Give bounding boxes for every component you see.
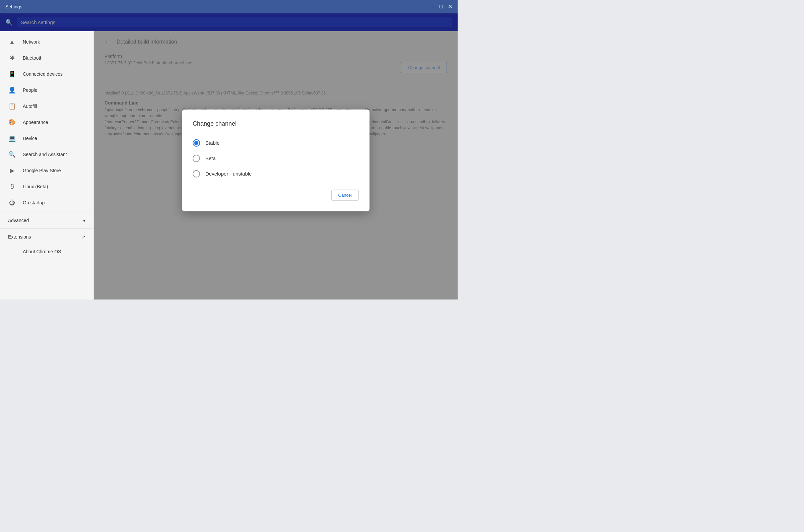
close-button[interactable]: ✕: [448, 4, 452, 10]
sidebar-label-search-assistant: Search and Assistant: [23, 152, 67, 157]
radio-option-stable[interactable]: Stable: [193, 135, 359, 150]
sidebar-item-device[interactable]: 💻 Device: [0, 130, 94, 146]
external-link-icon: ↗: [81, 234, 85, 240]
autofill-icon: 📋: [8, 102, 16, 110]
sidebar: ▲ Network ✱ Bluetooth 📱 Connected device…: [0, 31, 94, 300]
content-area: ← Detailed build information Platform 12…: [94, 31, 458, 300]
radio-label-stable: Stable: [205, 140, 220, 146]
sidebar-extensions[interactable]: Extensions ↗: [0, 230, 94, 244]
device-icon: 💻: [8, 134, 16, 142]
change-channel-dialog: Change channel Stable Beta Developer - u…: [182, 109, 369, 211]
sidebar-item-about[interactable]: About Chrome OS: [0, 244, 94, 260]
sidebar-label-network: Network: [23, 39, 40, 44]
search-input[interactable]: [17, 17, 452, 27]
extensions-label: Extensions: [8, 234, 31, 240]
sidebar-item-google-play[interactable]: ▶ Google Play Store: [0, 163, 94, 178]
sidebar-divider-2: [0, 228, 94, 229]
radio-beta[interactable]: [193, 154, 200, 162]
linux-icon: ⏱: [8, 183, 16, 191]
sidebar-label-on-startup: On startup: [23, 200, 44, 205]
radio-stable[interactable]: [193, 139, 200, 146]
person-icon: 👤: [8, 86, 16, 94]
sidebar-item-bluetooth[interactable]: ✱ Bluetooth: [0, 50, 94, 66]
radio-label-beta: Beta: [205, 155, 216, 161]
sidebar-label-linux: Linux (Beta): [23, 184, 48, 189]
title-bar: Settings — □ ✕: [0, 0, 458, 13]
bluetooth-icon: ✱: [8, 54, 16, 62]
sidebar-label-autofill: Autofill: [23, 103, 37, 109]
minimize-button[interactable]: —: [428, 4, 434, 10]
window-controls: — □ ✕: [428, 4, 452, 10]
sidebar-item-people[interactable]: 👤 People: [0, 82, 94, 98]
sidebar-item-autofill[interactable]: 📋 Autofill: [0, 98, 94, 114]
main-layout: ▲ Network ✱ Bluetooth 📱 Connected device…: [0, 31, 458, 300]
sidebar-item-on-startup[interactable]: ⏻ On startup: [0, 195, 94, 211]
dialog-title: Change channel: [193, 120, 359, 127]
sidebar-advanced-section[interactable]: Advanced ▾: [0, 214, 94, 227]
radio-option-developer[interactable]: Developer - unstable: [193, 166, 359, 181]
sidebar-label-appearance: Appearance: [23, 120, 48, 125]
advanced-label: Advanced: [8, 218, 29, 223]
search-icon: 🔍: [5, 19, 13, 26]
sidebar-label-bluetooth: Bluetooth: [23, 55, 42, 61]
radio-option-beta[interactable]: Beta: [193, 150, 359, 166]
app-title: Settings: [5, 4, 22, 10]
sidebar-label-people: People: [23, 88, 38, 93]
maximize-button[interactable]: □: [439, 4, 442, 10]
radio-label-developer: Developer - unstable: [205, 171, 252, 176]
sidebar-item-search-assistant[interactable]: 🔍 Search and Assistant: [0, 146, 94, 163]
sidebar-label-connected-devices: Connected devices: [23, 71, 63, 77]
startup-icon: ⏻: [8, 199, 16, 207]
play-store-icon: ▶: [8, 167, 16, 174]
about-icon: [8, 248, 16, 255]
search-assistant-icon: 🔍: [8, 150, 16, 158]
sidebar-divider: [0, 212, 94, 212]
app-container: 🔍 ▲ Network ✱ Bluetooth 📱 Connected devi…: [0, 13, 458, 300]
wifi-icon: ▲: [8, 38, 16, 46]
sidebar-label-google-play: Google Play Store: [23, 168, 61, 173]
dialog-actions: Cancel: [193, 189, 359, 200]
phone-icon: 📱: [8, 70, 16, 78]
sidebar-label-about: About Chrome OS: [23, 249, 61, 254]
radio-inner-stable: [194, 141, 198, 145]
radio-developer[interactable]: [193, 170, 200, 177]
sidebar-item-network[interactable]: ▲ Network: [0, 34, 94, 50]
sidebar-item-connected-devices[interactable]: 📱 Connected devices: [0, 66, 94, 82]
search-bar: 🔍: [0, 13, 458, 31]
cancel-button[interactable]: Cancel: [331, 189, 359, 200]
sidebar-item-linux[interactable]: ⏱ Linux (Beta): [0, 178, 94, 195]
sidebar-label-device: Device: [23, 136, 37, 141]
sidebar-item-appearance[interactable]: 🎨 Appearance: [0, 114, 94, 130]
palette-icon: 🎨: [8, 118, 16, 126]
chevron-down-icon: ▾: [83, 218, 85, 223]
